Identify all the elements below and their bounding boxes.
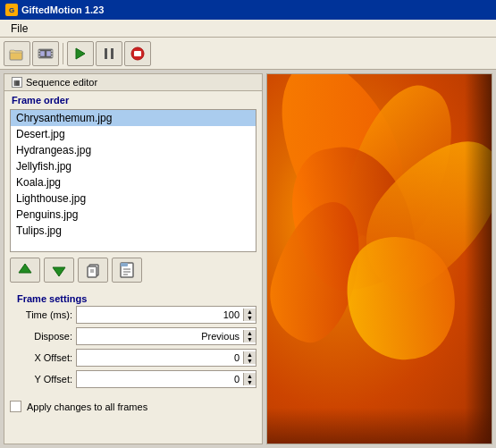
x-offset-spinner: ▲ ▼ xyxy=(243,351,256,364)
menu-bar: File xyxy=(0,20,496,38)
x-offset-down-btn[interactable]: ▼ xyxy=(244,358,256,364)
frame-settings: Frame settings Time (ms): ▲ ▼ Dispose: xyxy=(4,286,262,397)
play-button[interactable] xyxy=(67,41,94,66)
frame-item-5[interactable]: Lighthouse.jpg xyxy=(11,190,256,207)
panel-tab-icon: ▦ xyxy=(12,77,22,88)
frame-list[interactable]: Chrysanthemum.jpg Desert.jpg Hydrangeas.… xyxy=(10,109,256,252)
x-offset-up-btn[interactable]: ▲ xyxy=(244,351,256,358)
sequence-editor-label: Sequence editor xyxy=(26,77,97,88)
insert-frame-button[interactable] xyxy=(112,258,142,283)
svg-rect-14 xyxy=(134,51,141,56)
time-input[interactable] xyxy=(77,307,243,323)
svg-rect-2 xyxy=(40,51,45,56)
left-panel: ▦ Sequence editor Frame order Chrysanthe… xyxy=(4,73,263,444)
svg-rect-22 xyxy=(121,263,128,266)
svg-rect-7 xyxy=(51,50,53,52)
time-spinner: ▲ ▼ xyxy=(243,309,256,321)
flower-image xyxy=(267,74,492,444)
frame-item-0[interactable]: Chrysanthemum.jpg xyxy=(11,110,256,126)
menu-file[interactable]: File xyxy=(4,21,35,37)
svg-marker-15 xyxy=(19,264,31,273)
svg-rect-3 xyxy=(46,51,51,56)
svg-rect-8 xyxy=(51,53,53,55)
x-offset-input-wrap: ▲ ▼ xyxy=(76,349,256,367)
toolbar-separator-1 xyxy=(63,43,63,64)
y-offset-down-btn[interactable]: ▼ xyxy=(244,379,256,385)
dispose-down-btn[interactable]: ▼ xyxy=(244,336,256,342)
toolbar xyxy=(0,38,496,70)
svg-rect-4 xyxy=(38,50,40,52)
frame-buttons-row xyxy=(4,254,262,286)
y-offset-up-btn[interactable]: ▲ xyxy=(244,373,256,379)
svg-rect-11 xyxy=(105,48,107,59)
dispose-spinner: ▲ ▼ xyxy=(243,330,256,342)
dispose-label: Dispose: xyxy=(10,331,72,342)
frame-order-header: Frame order xyxy=(4,91,262,107)
y-offset-label: Y Offset: xyxy=(10,374,72,385)
frame-settings-header: Frame settings xyxy=(10,290,256,306)
svg-rect-9 xyxy=(51,55,53,57)
pause-button[interactable] xyxy=(96,41,122,66)
dispose-up-btn[interactable]: ▲ xyxy=(244,330,256,336)
time-down-btn[interactable]: ▼ xyxy=(244,315,256,321)
dispose-input-wrap: ▲ ▼ xyxy=(76,327,256,345)
frame-item-7[interactable]: Tulips.jpg xyxy=(11,223,256,239)
shadow-overlay xyxy=(465,74,492,444)
svg-rect-12 xyxy=(111,48,113,59)
frame-item-2[interactable]: Hydrangeas.jpg xyxy=(11,142,256,158)
title-bar: G GiftedMotion 1.23 xyxy=(0,0,496,20)
app-icon: G xyxy=(5,4,18,16)
svg-marker-16 xyxy=(53,267,65,276)
y-offset-row: Y Offset: ▲ ▼ xyxy=(10,370,256,388)
main-content: ▦ Sequence editor Frame order Chrysanthe… xyxy=(0,70,496,448)
svg-rect-6 xyxy=(38,55,40,57)
move-up-button[interactable] xyxy=(10,258,40,283)
stop-button[interactable] xyxy=(124,41,151,66)
panel-tab: ▦ Sequence editor xyxy=(4,74,262,91)
svg-marker-10 xyxy=(76,48,85,59)
frame-item-4[interactable]: Koala.jpg xyxy=(11,174,256,190)
apply-row: Apply changes to all frames xyxy=(4,397,262,416)
app-title: GiftedMotion 1.23 xyxy=(21,4,104,15)
x-offset-row: X Offset: ▲ ▼ xyxy=(10,349,256,367)
open-button[interactable] xyxy=(4,41,30,66)
x-offset-label: X Offset: xyxy=(10,352,72,363)
filmstrip-button[interactable] xyxy=(32,41,59,66)
dispose-input[interactable] xyxy=(77,328,243,344)
time-up-btn[interactable]: ▲ xyxy=(244,309,256,315)
time-input-wrap: ▲ ▼ xyxy=(76,306,256,324)
y-offset-input[interactable] xyxy=(77,371,243,387)
frame-item-1[interactable]: Desert.jpg xyxy=(11,126,256,142)
x-offset-input[interactable] xyxy=(77,350,243,366)
apply-label: Apply changes to all frames xyxy=(27,402,147,412)
move-down-button[interactable] xyxy=(44,258,74,283)
frame-item-3[interactable]: Jellyfish.jpg xyxy=(11,158,256,174)
image-preview-panel xyxy=(266,73,492,444)
time-label: Time (ms): xyxy=(10,309,72,320)
y-offset-spinner: ▲ ▼ xyxy=(243,373,256,385)
frame-item-6[interactable]: Penguins.jpg xyxy=(11,207,256,223)
y-offset-input-wrap: ▲ ▼ xyxy=(76,370,256,388)
copy-frame-button[interactable] xyxy=(78,258,108,283)
svg-rect-5 xyxy=(38,53,40,55)
dispose-row: Dispose: ▲ ▼ xyxy=(10,327,256,345)
apply-checkbox[interactable] xyxy=(10,401,21,412)
time-row: Time (ms): ▲ ▼ xyxy=(10,306,256,324)
shadow-bottom xyxy=(267,408,492,444)
